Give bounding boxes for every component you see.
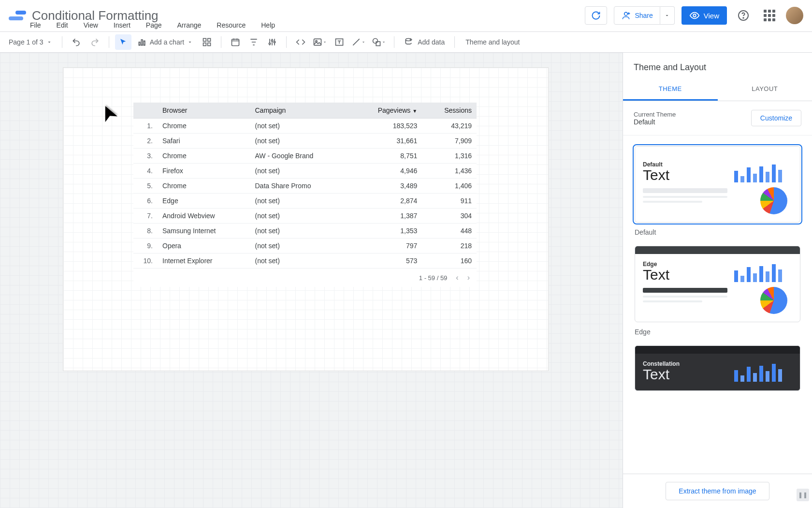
menu-page[interactable]: Page [143, 19, 165, 31]
cell-campaign: (not set) [250, 194, 350, 209]
col-sessions[interactable]: Sessions [422, 103, 477, 119]
select-tool[interactable] [115, 34, 131, 50]
cell-sessions: 448 [422, 224, 477, 239]
extract-bar: Extract theme from image [623, 474, 812, 508]
table-row[interactable]: 10.Internet Explorer(not set)573160 [133, 254, 477, 269]
theme-card-constellation[interactable]: Constellation Text [633, 344, 802, 393]
svg-rect-5 [141, 40, 143, 45]
table-row[interactable]: 3.ChromeAW - Google Brand8,7511,316 [133, 149, 477, 164]
svg-point-12 [269, 43, 271, 45]
toolbar: Page 1 of 3 Add a chart [0, 31, 812, 53]
pager-next[interactable]: › [467, 273, 470, 282]
view-button[interactable]: View [682, 6, 727, 25]
themes-list[interactable]: Default Text [623, 135, 812, 474]
mini-bar-chart-icon [734, 161, 792, 182]
chevron-down-icon [187, 39, 193, 45]
calendar-icon [231, 37, 240, 47]
theme-card-default[interactable]: Default Text [633, 144, 802, 224]
view-label: View [704, 12, 719, 20]
account-avatar[interactable] [786, 7, 803, 24]
share-button[interactable]: Share [614, 6, 660, 25]
cell-browser: Internet Explorer [158, 254, 250, 269]
menu-arrange[interactable]: Arrange [174, 19, 204, 31]
cell-browser: Chrome [158, 119, 250, 134]
share-label: Share [635, 12, 652, 19]
current-theme-label: Current Theme [634, 111, 676, 118]
table-row[interactable]: 4.Firefox(not set)4,9461,436 [133, 164, 477, 179]
col-index[interactable] [133, 103, 158, 119]
cell-browser: Samsung Internet [158, 224, 250, 239]
image-button[interactable] [311, 34, 329, 50]
embed-button[interactable] [292, 34, 309, 50]
table-row[interactable]: 9.Opera(not set)797218 [133, 239, 477, 254]
table-row[interactable]: 2.Safari(not set)31,6617,909 [133, 134, 477, 149]
menu-edit[interactable]: Edit [54, 19, 71, 31]
redo-button[interactable] [87, 34, 103, 50]
add-chart-button[interactable]: Add a chart [133, 34, 197, 50]
cell-browser: Safari [158, 134, 250, 149]
tab-theme[interactable]: THEME [623, 78, 718, 101]
col-pageviews[interactable]: Pageviews▼ [350, 103, 422, 119]
cell-browser: Firefox [158, 164, 250, 179]
customize-button[interactable]: Customize [751, 110, 801, 126]
text-button[interactable] [331, 34, 348, 50]
share-dropdown[interactable] [660, 6, 675, 25]
theme-card-edge[interactable]: Edge Text [633, 244, 802, 324]
cell-idx: 7. [133, 209, 158, 224]
help-button[interactable] [734, 6, 753, 25]
report-page[interactable]: Browser Campaign Pageviews▼ Sessions 1.C… [63, 67, 549, 371]
tab-layout[interactable]: LAYOUT [718, 78, 812, 101]
col-browser[interactable]: Browser [158, 103, 250, 119]
cell-idx: 8. [133, 224, 158, 239]
cell-idx: 9. [133, 239, 158, 254]
canvas[interactable]: Browser Campaign Pageviews▼ Sessions 1.C… [0, 53, 623, 508]
svg-rect-11 [232, 39, 239, 45]
table-pager: 1 - 59 / 59 ‹ › [133, 269, 477, 287]
date-range-button[interactable] [227, 34, 244, 50]
data-control-button[interactable] [264, 34, 280, 50]
cell-pageviews: 797 [350, 239, 422, 254]
svg-rect-10 [208, 43, 211, 46]
add-data-button[interactable]: Add data [400, 34, 449, 50]
apps-button[interactable] [760, 6, 779, 25]
person-add-icon [621, 11, 631, 20]
menu-resource[interactable]: Resource [214, 19, 248, 31]
svg-rect-7 [203, 39, 206, 42]
pause-icon[interactable]: ❚❚ [797, 489, 809, 501]
svg-point-18 [373, 39, 378, 44]
page-selector[interactable]: Page 1 of 3 [5, 38, 56, 46]
cell-pageviews: 1,353 [350, 224, 422, 239]
table-row[interactable]: 1.Chrome(not set)183,52343,219 [133, 119, 477, 134]
text-icon [334, 37, 344, 47]
menu-view[interactable]: View [81, 19, 101, 31]
table-row[interactable]: 8.Samsung Internet(not set)1,353448 [133, 224, 477, 239]
table-row[interactable]: 6.Edge(not set)2,874911 [133, 194, 477, 209]
cell-campaign: (not set) [250, 254, 350, 269]
menu-file[interactable]: File [27, 19, 44, 31]
theme-layout-button[interactable]: Theme and layout [461, 38, 524, 46]
code-icon [296, 37, 305, 47]
cell-browser: Chrome [158, 179, 250, 194]
panel-title: Theme and Layout [623, 53, 812, 78]
menu-insert[interactable]: Insert [111, 19, 133, 31]
svg-point-1 [693, 14, 696, 17]
table-row[interactable]: 5.ChromeData Share Promo3,4891,406 [133, 179, 477, 194]
refresh-button[interactable] [585, 6, 607, 25]
cell-pageviews: 3,489 [350, 179, 422, 194]
cell-sessions: 160 [422, 254, 477, 269]
line-button[interactable] [349, 34, 368, 50]
pager-prev[interactable]: ‹ [456, 273, 458, 282]
chevron-down-icon [46, 39, 52, 45]
col-campaign[interactable]: Campaign [250, 103, 350, 119]
shape-button[interactable] [370, 34, 388, 50]
extract-theme-button[interactable]: Extract theme from image [666, 482, 769, 500]
undo-button[interactable] [68, 34, 85, 50]
cell-sessions: 1,436 [422, 164, 477, 179]
community-controls-button[interactable] [199, 34, 215, 50]
mini-bar-chart-icon [734, 261, 792, 282]
header: Conditional Formatting File Edit View In… [0, 0, 812, 31]
menu-help[interactable]: Help [258, 19, 278, 31]
data-table[interactable]: Browser Campaign Pageviews▼ Sessions 1.C… [133, 103, 477, 287]
table-row[interactable]: 7.Android Webview(not set)1,387304 [133, 209, 477, 224]
filter-button[interactable] [246, 34, 262, 50]
